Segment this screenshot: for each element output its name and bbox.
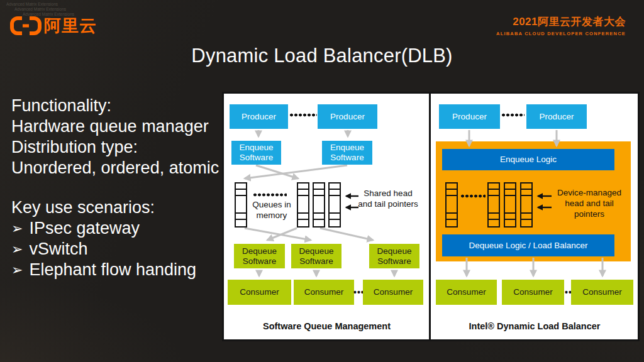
enqueue-software-box: Enqueue Software: [231, 141, 281, 165]
memory-queue: [297, 182, 309, 228]
memory-queue: [328, 182, 341, 228]
consumer-box: Consumer: [502, 280, 564, 305]
dotted-separator: [289, 112, 317, 118]
page-title: Dynamic Load Balancer(DLB): [0, 45, 644, 67]
device-queue: [504, 182, 516, 228]
consumer-box: Consumer: [436, 280, 497, 305]
memory-queue: [313, 182, 325, 228]
feature-text-block: Functionality: Hardware queue manager Di…: [11, 96, 228, 280]
scenario-label: vSwitch: [29, 239, 87, 260]
dotted-separator: [501, 112, 525, 118]
logo-text: 阿里云: [44, 16, 97, 35]
consumer-box: Consumer: [228, 280, 291, 305]
scenario-label: Elephant flow handing: [29, 260, 196, 280]
consumer-box: Consumer: [571, 280, 633, 305]
arrow-bullet-icon: ➢: [11, 239, 23, 260]
functionality-value: Hardware queue manager: [11, 116, 228, 137]
dotted-separator: [460, 194, 486, 199]
panel-divider: [429, 94, 431, 339]
scenarios-label: Key use scenarios:: [11, 197, 228, 218]
arrow-bullet-icon: ➢: [11, 218, 23, 239]
alibaba-cloud-logo: 阿里云: [10, 16, 97, 35]
device-queue: [487, 182, 500, 228]
producer-box: Producer: [318, 104, 377, 129]
dequeue-software-box: Dequeue Software: [291, 244, 341, 268]
right-panel-caption: Intel® Dynamic Load Balancer: [431, 321, 638, 331]
watermark-line: Advanced Matrix Extensions: [14, 7, 74, 12]
shared-pointers-label: Shared head and tail pointers: [357, 189, 419, 210]
slide: Advanced Matrix Extensions Advanced Matr…: [0, 0, 644, 362]
dequeue-software-box: Dequeue Software: [234, 244, 285, 268]
alibaba-cloud-brackets-icon: [10, 16, 42, 35]
watermark-text: Advanced Matrix Extensions Advanced Matr…: [6, 2, 74, 17]
device-pointers-label: Device-managed head and tail pointers: [550, 188, 629, 220]
enqueue-logic-box: Enqueue Logic: [442, 149, 614, 170]
device-queue: [520, 182, 533, 228]
left-panel-caption: Software Queue Management: [224, 321, 430, 331]
watermark-line: Advanced Matrix Extensions: [6, 2, 74, 7]
enqueue-software-box: Enqueue Software: [322, 141, 372, 165]
conference-header: 2021阿里云开发者大会 ALIBABA CLOUD DEVELOPER CON…: [496, 14, 626, 36]
scenario-item: ➢ IPsec gateway: [11, 218, 228, 239]
producer-box: Producer: [439, 104, 500, 129]
dequeue-software-box: Dequeue Software: [369, 244, 419, 268]
producer-box: Producer: [526, 104, 587, 129]
scenario-item: ➢ Elephant flow handing: [11, 260, 228, 280]
arrow-bullet-icon: ➢: [11, 260, 23, 280]
consumer-box: Consumer: [363, 280, 423, 305]
scenario-item: ➢ vSwitch: [11, 239, 228, 260]
conference-subtitle: ALIBABA CLOUD DEVELOPER CONFERENCE: [496, 31, 626, 36]
distribution-value: Unordered, ordered, atomic: [11, 158, 228, 178]
dequeue-logic-box: Dequeue Logic / Load Balancer: [442, 234, 614, 256]
queues-in-memory-label: Queues in memory: [242, 200, 302, 221]
dlb-comparison-diagram: Producer Producer Enqueue Software Enque…: [224, 94, 638, 339]
scenario-label: IPsec gateway: [29, 218, 140, 239]
conference-title: 2021阿里云开发者大会: [496, 14, 626, 29]
producer-box: Producer: [230, 104, 288, 129]
device-queue: [445, 182, 458, 228]
functionality-label: Functionality:: [11, 96, 228, 116]
dotted-separator: [253, 192, 287, 197]
distribution-label: Distribution type:: [11, 137, 228, 158]
consumer-box: Consumer: [294, 280, 354, 305]
